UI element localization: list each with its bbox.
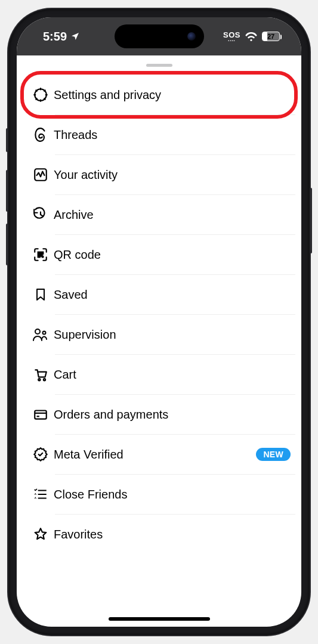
phone-frame: 5:59 SOS •••• 27	[8, 9, 310, 635]
credit-card-icon	[27, 407, 54, 422]
bookmark-icon	[27, 287, 54, 302]
menu-item-label: Orders and payments	[54, 408, 291, 422]
volume-up-button	[6, 170, 8, 212]
svg-point-8	[43, 332, 46, 335]
qr-code-icon	[27, 247, 54, 262]
svg-point-10	[44, 379, 45, 380]
wifi-icon	[245, 32, 257, 41]
status-right: SOS •••• 27	[223, 31, 280, 42]
sos-indicator: SOS ••••	[223, 31, 240, 42]
archive-icon	[27, 207, 54, 222]
menu-item-qr-code[interactable]: QR code	[23, 235, 295, 274]
threads-icon	[27, 127, 54, 143]
menu-item-orders-and-payments[interactable]: Orders and payments	[23, 395, 295, 434]
svg-point-9	[38, 379, 40, 380]
activity-icon	[27, 167, 54, 182]
battery-indicator: 27	[262, 32, 280, 41]
svg-rect-11	[35, 411, 47, 419]
screen: 5:59 SOS •••• 27	[17, 17, 301, 627]
battery-icon: 27	[262, 32, 280, 41]
clock: 5:59	[43, 30, 67, 44]
menu-item-your-activity[interactable]: Your activity	[23, 155, 295, 194]
svg-point-7	[35, 329, 40, 334]
supervision-icon	[27, 327, 54, 342]
menu-item-saved[interactable]: Saved	[23, 275, 295, 314]
menu-item-label: Saved	[54, 288, 291, 302]
home-indicator[interactable]	[109, 617, 210, 621]
verified-badge-icon	[27, 447, 54, 462]
menu-item-cart[interactable]: Cart	[23, 355, 295, 394]
svg-rect-4	[38, 255, 40, 257]
drag-handle-icon	[146, 64, 172, 67]
cart-icon	[27, 367, 54, 382]
menu-item-meta-verified[interactable]: Meta Verified NEW	[23, 435, 295, 474]
menu-item-supervision[interactable]: Supervision	[23, 315, 295, 354]
menu-item-label: Your activity	[54, 168, 291, 182]
gear-icon	[27, 87, 54, 103]
status-left: 5:59	[43, 30, 80, 44]
svg-rect-2	[38, 252, 40, 254]
menu-item-archive[interactable]: Archive	[23, 195, 295, 234]
menu-item-settings-and-privacy[interactable]: Settings and privacy	[23, 75, 295, 114]
volume-down-button	[6, 224, 8, 265]
menu-item-label: Close Friends	[54, 488, 291, 501]
location-arrow-icon	[70, 32, 80, 41]
menu-item-label: Threads	[54, 128, 291, 142]
menu-item-label: Supervision	[54, 328, 291, 342]
new-badge: NEW	[256, 448, 291, 461]
svg-rect-6	[42, 256, 44, 258]
menu-list: Settings and privacy Threads Your activi…	[17, 72, 301, 554]
menu-item-label: Favorites	[54, 528, 291, 541]
menu-item-favorites[interactable]: Favorites	[23, 515, 295, 554]
camera-dot-icon	[187, 32, 196, 41]
status-bar: 5:59 SOS •••• 27	[17, 17, 301, 55]
svg-rect-3	[41, 252, 43, 254]
menu-item-label: Meta Verified	[54, 448, 256, 462]
menu-item-label: Cart	[54, 368, 291, 382]
power-button	[310, 188, 312, 253]
menu-item-close-friends[interactable]: Close Friends	[23, 475, 295, 514]
sheet-handle[interactable]	[17, 55, 301, 72]
star-icon	[27, 527, 54, 542]
menu-item-threads[interactable]: Threads	[23, 115, 295, 154]
dynamic-island	[115, 24, 204, 48]
menu-item-label: Settings and privacy	[54, 88, 291, 102]
side-button	[6, 128, 8, 152]
menu-item-label: QR code	[54, 248, 291, 262]
menu-item-label: Archive	[54, 208, 291, 222]
close-friends-icon	[27, 487, 54, 502]
